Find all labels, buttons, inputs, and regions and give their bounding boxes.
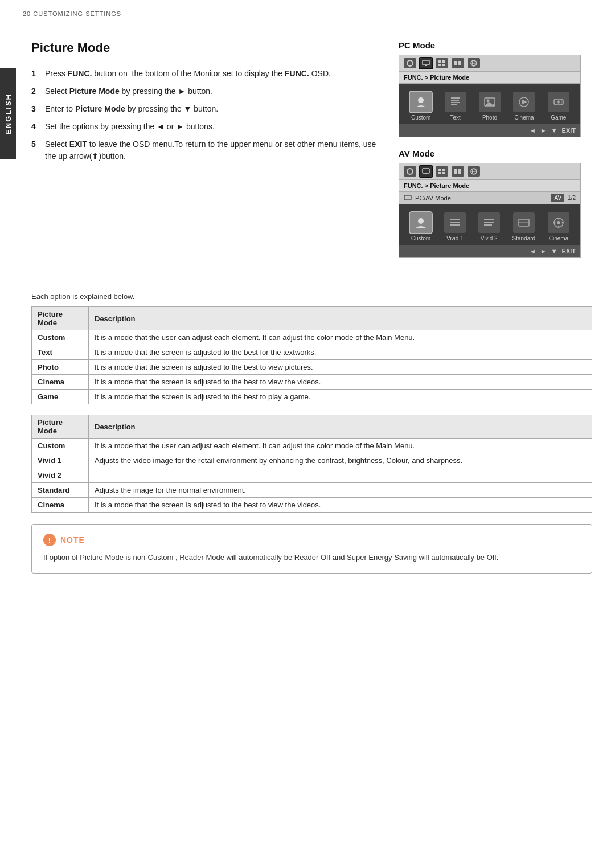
toolbar-icon-5 [468, 58, 480, 68]
av-icon-box-custom [410, 212, 432, 233]
av-icon-cinema: Cinema [548, 212, 569, 241]
svg-rect-41 [450, 219, 460, 220]
pc-icon-box-game [548, 92, 569, 112]
step-4: 4 Set the options by pressing the ◄ or ►… [31, 121, 382, 133]
svg-rect-5 [438, 64, 441, 66]
svg-rect-30 [438, 169, 441, 171]
svg-rect-4 [442, 60, 445, 63]
step-3: 3 Enter to Picture Mode by pressing the … [31, 103, 382, 115]
main-content: Picture Mode 1 Press FUNC. button on the… [0, 23, 615, 286]
toolbar-icon-4 [452, 58, 464, 68]
svg-rect-34 [454, 169, 457, 174]
pc-table-section: Picture Mode Description Custom It is a … [31, 306, 592, 404]
pc-icon-box-photo [479, 92, 501, 112]
av-table-col1-header: Picture Mode [32, 415, 89, 439]
pc-row-custom-mode: Custom [32, 330, 89, 345]
svg-rect-33 [442, 172, 445, 174]
svg-point-12 [418, 97, 424, 103]
av-row-standard-desc: Adjusts the image for the normal environ… [89, 483, 592, 498]
table-row: Game It is a mode that the screen is adj… [32, 390, 592, 404]
av-table-section: Picture Mode Description Custom It is a … [31, 415, 592, 513]
note-icon: ! [43, 534, 56, 546]
av-toolbar-icon-4 [452, 166, 464, 177]
svg-point-25 [561, 101, 563, 102]
pc-row-cinema-mode: Cinema [32, 375, 89, 390]
svg-rect-42 [450, 222, 460, 223]
svg-marker-21 [522, 100, 527, 104]
av-toolbar [399, 163, 580, 180]
toolbar-icon-3 [436, 58, 448, 68]
svg-rect-39 [404, 195, 411, 200]
av-icon-box-vivid2 [478, 212, 500, 233]
pc-monitor-footer: ◄ ► ▼ EXIT [399, 124, 580, 137]
pc-row-cinema-desc: It is a mode that the screen is adjusted… [89, 375, 592, 390]
pc-icon-custom: Custom [410, 92, 432, 121]
av-table-col2-header: Description [89, 415, 592, 439]
svg-point-51 [558, 218, 560, 220]
page-indicator: 1/2 [568, 195, 576, 201]
svg-rect-16 [451, 104, 457, 105]
step-5: 5 Select EXIT to leave the OSD menu.To r… [31, 138, 382, 162]
pc-row-game-desc: It is a mode that the screen is adjusted… [89, 390, 592, 404]
pc-row-game-mode: Game [32, 390, 89, 404]
left-column: Picture Mode 1 Press FUNC. button on the… [31, 40, 382, 269]
svg-point-0 [407, 60, 413, 66]
svg-point-50 [557, 221, 560, 224]
toolbar-icons-pc [404, 58, 480, 68]
av-icon-vivid1: Vivid 1 [444, 212, 466, 241]
svg-rect-32 [438, 172, 441, 174]
side-tab: ENGLISH [0, 68, 16, 159]
pc-mode-label: PC Mode [399, 40, 592, 50]
svg-rect-8 [458, 61, 461, 65]
svg-rect-2 [425, 65, 427, 66]
av-row-cinema-desc: It is a mode that the screen is adjusted… [89, 498, 592, 513]
av-row-custom-mode: Custom [32, 439, 89, 453]
side-tab-label: ENGLISH [4, 93, 13, 134]
table-row: Custom It is a mode that the user can ad… [32, 330, 592, 345]
pc-row-photo-desc: It is a mode that the screen is adjusted… [89, 360, 592, 375]
svg-marker-19 [485, 102, 495, 106]
pc-row-custom-desc: It is a mode that the user can adjust ea… [89, 330, 592, 345]
pc-icon-box-text [445, 92, 466, 112]
svg-rect-46 [484, 224, 492, 226]
toolbar-icons-av [404, 166, 480, 177]
pc-row-text-desc: It is a mode that the screen is adjusted… [89, 345, 592, 360]
pc-icon-text: Text [445, 92, 466, 121]
svg-rect-29 [425, 173, 427, 174]
explanation-text: Each option is explained below. [31, 292, 592, 301]
table-row: Vivid 1 Adjusts the video image for the … [32, 453, 592, 468]
pc-mode-mockup: FUNC. > Picture Mode Custom Text [399, 55, 581, 137]
pc-table: Picture Mode Description Custom It is a … [31, 306, 592, 404]
av-mode-mockup: FUNC. > Picture Mode PC/AV Mode AV 1/2 C… [399, 163, 581, 258]
av-toolbar-icon-3 [436, 166, 448, 177]
pc-icon-box-cinema [513, 92, 535, 112]
table-row: Cinema It is a mode that the screen is a… [32, 498, 592, 513]
svg-rect-15 [451, 102, 460, 103]
av-toolbar-icon-5 [468, 166, 480, 177]
section-title: Picture Mode [31, 40, 382, 55]
svg-rect-31 [442, 169, 445, 171]
svg-point-54 [554, 222, 556, 224]
av-row-vivid1-mode: Vivid 1 [32, 453, 89, 468]
av-row-vivid2-mode: Vivid 2 [32, 468, 89, 483]
pc-table-col1-header: Picture Mode [32, 307, 89, 330]
av-toolbar-icon-2 [420, 166, 432, 177]
svg-point-40 [418, 218, 424, 224]
av-row-vivid12-desc: Adjusts the video image for the retail e… [89, 453, 592, 483]
svg-rect-47 [519, 219, 529, 226]
pc-icons-row: Custom Text Photo [399, 84, 580, 124]
note-title: NOTE [60, 535, 85, 544]
svg-rect-7 [454, 61, 457, 65]
pc-func-label: FUNC. > Picture Mode [399, 72, 580, 84]
av-func-label: FUNC. > Picture Mode [399, 180, 580, 192]
pc-icon-photo: Photo [479, 92, 501, 121]
svg-rect-28 [423, 169, 429, 173]
pc-toolbar [399, 55, 580, 72]
av-toolbar-icon-1 [404, 166, 416, 177]
av-table: Picture Mode Description Custom It is a … [31, 415, 592, 513]
page-header: 20 Customizing Settings [0, 0, 615, 23]
table-row: Standard Adjusts the image for the norma… [32, 483, 592, 498]
step-1: 1 Press FUNC. button on the bottom of th… [31, 68, 382, 80]
svg-rect-13 [451, 97, 460, 99]
steps-list: 1 Press FUNC. button on the bottom of th… [31, 68, 382, 162]
